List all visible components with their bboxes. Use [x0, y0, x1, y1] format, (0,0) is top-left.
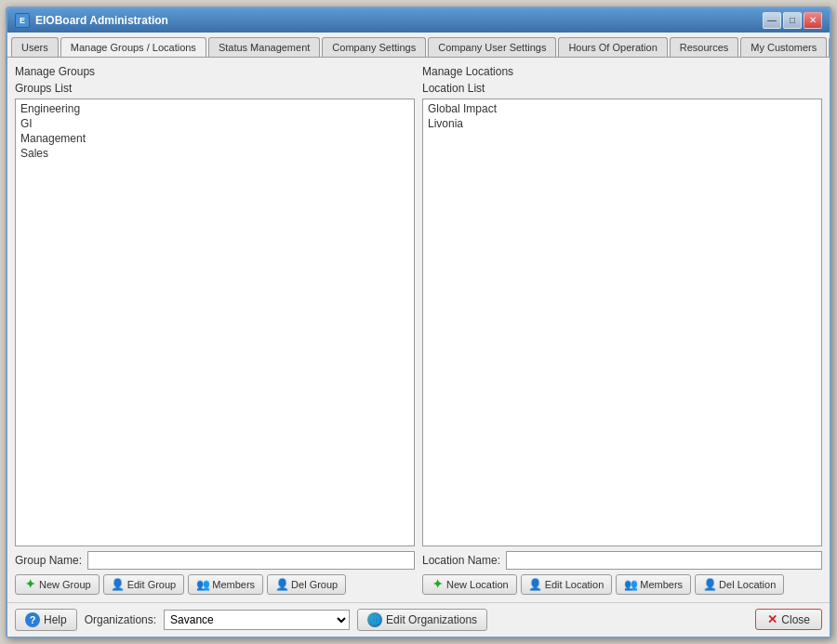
title-bar-left: E EIOBoard Administration [15, 13, 168, 28]
members-location-button[interactable]: 👥 Members [616, 574, 691, 595]
close-button[interactable]: ✕ Close [755, 609, 822, 630]
locations-list-subtitle: Location List [422, 82, 822, 95]
del-group-icon: 👤 [275, 578, 288, 591]
close-icon: ✕ [767, 612, 777, 626]
locations-list-box[interactable]: Global Impact Livonia [422, 99, 822, 546]
edit-group-icon: 👤 [112, 578, 125, 591]
new-group-icon: ✦ [23, 578, 36, 591]
new-location-button[interactable]: ✦ New Location [422, 574, 517, 595]
globe-icon: 🌐 [367, 612, 382, 627]
content-area: Manage Groups Groups List Engineering GI… [7, 58, 830, 602]
help-icon: ? [25, 612, 40, 627]
del-location-button[interactable]: 👤 Del Location [695, 574, 784, 595]
group-name-input[interactable] [87, 551, 415, 570]
tab-hours-of-operation[interactable]: Hours Of Operation [558, 37, 667, 57]
edit-location-button[interactable]: 👤 Edit Location [521, 574, 613, 595]
list-item[interactable]: GI [18, 116, 412, 131]
location-buttons-row: ✦ New Location 👤 Edit Location 👥 Members… [422, 574, 822, 595]
window-title: EIOBoard Administration [35, 14, 168, 27]
groups-panel: Manage Groups Groups List Engineering GI… [15, 65, 415, 595]
list-item[interactable]: Engineering [18, 101, 412, 116]
tab-timecard[interactable]: Timecard [829, 37, 830, 57]
groups-list-box[interactable]: Engineering GI Management Sales [15, 99, 415, 546]
tab-company-settings[interactable]: Company Settings [322, 37, 426, 57]
list-item[interactable]: Livonia [425, 116, 819, 131]
group-name-label: Group Name: [15, 554, 82, 567]
groups-list-subtitle: Groups List [15, 82, 415, 95]
edit-group-button[interactable]: 👤 Edit Group [103, 574, 185, 595]
members-group-button[interactable]: 👥 Members [188, 574, 263, 595]
window-close-button[interactable]: ✕ [804, 12, 822, 29]
tab-my-customers[interactable]: My Customers [740, 37, 827, 57]
group-name-row: Group Name: [15, 550, 415, 571]
organizations-select[interactable]: Savance [164, 610, 350, 630]
tab-resources[interactable]: Resources [670, 37, 739, 57]
org-label: Organizations: [85, 613, 156, 626]
title-controls: — □ ✕ [763, 12, 822, 29]
groups-panel-title: Manage Groups [15, 65, 415, 78]
del-group-button[interactable]: 👤 Del Group [267, 574, 346, 595]
del-location-icon: 👤 [703, 578, 716, 591]
tab-company-user-settings[interactable]: Company User Settings [428, 37, 556, 57]
tab-users[interactable]: Users [11, 37, 59, 57]
app-icon: E [15, 13, 30, 28]
title-bar: E EIOBoard Administration — □ ✕ [7, 8, 830, 33]
list-item[interactable]: Sales [18, 146, 412, 161]
list-item[interactable]: Global Impact [425, 101, 819, 116]
tab-manage-groups-locations[interactable]: Manage Groups / Locations [60, 37, 206, 58]
edit-location-icon: 👤 [529, 578, 542, 591]
locations-panel-title: Manage Locations [422, 65, 822, 78]
tab-status-management[interactable]: Status Management [208, 37, 320, 57]
edit-organizations-button[interactable]: 🌐 Edit Organizations [357, 609, 487, 631]
members-group-icon: 👥 [196, 578, 209, 591]
location-name-input[interactable] [506, 551, 822, 570]
group-buttons-row: ✦ New Group 👤 Edit Group 👥 Members 👤 Del… [15, 574, 415, 595]
tabs-bar: Users Manage Groups / Locations Status M… [7, 33, 830, 58]
minimize-button[interactable]: — [763, 12, 781, 29]
panels-row: Manage Groups Groups List Engineering GI… [15, 65, 822, 595]
location-name-label: Location Name: [422, 554, 500, 567]
maximize-button[interactable]: □ [783, 12, 802, 29]
new-location-icon: ✦ [431, 578, 444, 591]
list-item[interactable]: Management [18, 131, 412, 146]
locations-panel: Manage Locations Location List Global Im… [422, 65, 822, 595]
main-window: E EIOBoard Administration — □ ✕ Users Ma… [6, 7, 831, 638]
location-name-row: Location Name: [422, 550, 822, 571]
new-group-button[interactable]: ✦ New Group [15, 574, 100, 595]
members-location-icon: 👥 [624, 578, 637, 591]
bottom-bar: ? Help Organizations: Savance 🌐 Edit Org… [7, 602, 830, 637]
help-button[interactable]: ? Help [15, 609, 77, 631]
